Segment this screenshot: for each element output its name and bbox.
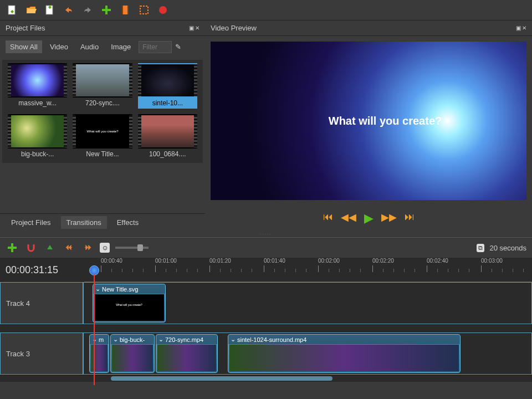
file-item[interactable]: What will you create?New Title... <box>73 114 132 160</box>
filter-video[interactable]: Video <box>45 40 73 53</box>
clip[interactable]: ⌄New Title.svgWhat will you create? <box>93 284 166 323</box>
current-time: 00:00:31:15 <box>0 259 84 282</box>
expand-icon[interactable] <box>137 3 151 17</box>
timeline: 00:00:31:15 00:00:4000:01:0000:01:2000:0… <box>0 258 532 382</box>
chevron-down-icon[interactable]: ⌄ <box>113 336 118 343</box>
file-name: massive_w... <box>8 98 67 109</box>
jump-end-icon[interactable]: ⏭ <box>405 211 415 226</box>
timeline-toolbar: ⯬ ⯮ ⊙ ⧉ 20 seconds <box>0 237 532 258</box>
svg-rect-10 <box>8 247 17 249</box>
add-icon[interactable] <box>100 3 113 17</box>
svg-rect-7 <box>140 6 148 14</box>
ruler-tick: 00:02:20 <box>372 258 394 264</box>
file-thumb: What will you create? <box>73 114 132 149</box>
timeline-ruler[interactable]: 00:00:4000:01:0000:01:2000:01:4000:02:00… <box>84 258 532 282</box>
redo-icon[interactable] <box>81 3 94 17</box>
filter-input[interactable] <box>139 41 172 53</box>
project-files-title: Project Files <box>6 24 45 32</box>
transport-controls: ⏮ ◀◀ ▶ ▶▶ ⏭ <box>205 206 532 231</box>
clip-title: ⌄big-buck- <box>111 335 154 344</box>
zoom-scale-icon[interactable]: ⧉ <box>477 244 484 252</box>
record-icon[interactable] <box>156 3 170 17</box>
preview-area[interactable]: What will you create? <box>211 42 526 200</box>
track-label[interactable]: Track 4 <box>0 282 83 324</box>
clip-body <box>157 345 216 371</box>
forward-icon[interactable]: ▶▶ <box>381 211 397 226</box>
project-tabs: Project Files Transitions Effects <box>0 213 205 231</box>
add-track-icon[interactable] <box>6 241 19 254</box>
clip-title: ⌄m <box>90 335 109 344</box>
ruler-tick: 00:02:00 <box>318 258 340 264</box>
playhead[interactable] <box>94 265 99 385</box>
files-grid: massive_w...720-sync....sintel-10...big-… <box>2 60 203 163</box>
preview-overlay-text: What will you create? <box>329 115 442 127</box>
center-icon[interactable]: ⊙ <box>100 243 110 253</box>
file-thumb <box>8 63 67 98</box>
marker-icon[interactable] <box>43 241 57 254</box>
clip-title: ⌄New Title.svg <box>93 284 165 294</box>
film-icon[interactable] <box>119 3 132 17</box>
ruler-tick: 00:00:40 <box>101 258 122 264</box>
timeline-scrollbar[interactable] <box>0 375 532 382</box>
panel-restore-icon[interactable]: ▣ <box>516 25 521 31</box>
panel-restore-icon[interactable]: ▣ <box>189 25 194 31</box>
undo-icon[interactable] <box>62 3 75 17</box>
track-label[interactable]: Track 3 <box>0 332 83 375</box>
clip-body <box>112 345 153 371</box>
clip-body <box>229 345 459 371</box>
svg-rect-5 <box>122 6 123 14</box>
file-item[interactable]: 100_0684.... <box>138 114 197 160</box>
tab-project-files[interactable]: Project Files <box>6 216 57 229</box>
ruler-tick: 00:03:00 <box>481 258 503 264</box>
clip[interactable]: ⌄sintel-1024-surround.mp4 <box>228 334 461 373</box>
ruler-tick: 00:02:40 <box>427 258 448 264</box>
file-item[interactable]: sintel-10... <box>138 63 197 109</box>
chevron-down-icon[interactable]: ⌄ <box>158 336 163 343</box>
snap-icon[interactable] <box>24 241 38 254</box>
filter-image[interactable]: Image <box>106 40 135 53</box>
new-file-icon[interactable] <box>6 3 19 17</box>
track-content[interactable]: ⌄m⌄big-buck-⌄720-sync.mp4⌄sintel-1024-su… <box>83 332 532 375</box>
panel-close-icon[interactable]: ✕ <box>522 25 526 31</box>
clip-body: What will you create? <box>94 294 164 321</box>
file-name: sintel-10... <box>138 98 197 109</box>
filter-bar: Show All Video Audio Image ✎ <box>0 36 205 58</box>
svg-point-8 <box>159 6 167 14</box>
panel-close-icon[interactable]: ✕ <box>195 25 200 31</box>
track-row: Track 3⌄m⌄big-buck-⌄720-sync.mp4⌄sintel-… <box>0 332 532 375</box>
clip-title: ⌄sintel-1024-surround.mp4 <box>228 335 460 344</box>
clip[interactable]: ⌄720-sync.mp4 <box>156 334 218 373</box>
file-name: 100_0684.... <box>138 149 197 160</box>
ruler-tick: 00:01:20 <box>209 258 231 264</box>
file-name: big-buck-... <box>8 149 67 160</box>
main-toolbar <box>0 0 532 21</box>
rewind-icon[interactable]: ◀◀ <box>341 211 356 226</box>
track-content[interactable]: ⌄New Title.svgWhat will you create? <box>83 282 532 324</box>
svg-rect-3 <box>102 9 111 11</box>
clear-filter-icon[interactable]: ✎ <box>175 43 181 51</box>
save-file-icon[interactable] <box>43 3 57 17</box>
splitter[interactable]: ····· <box>0 231 532 237</box>
play-icon[interactable]: ▶ <box>364 211 374 226</box>
file-thumb <box>73 63 132 98</box>
filter-show-all[interactable]: Show All <box>6 40 42 53</box>
zoom-slider[interactable] <box>115 247 149 249</box>
prev-marker-icon[interactable]: ⯬ <box>62 241 75 254</box>
file-thumb <box>8 114 67 149</box>
tab-transitions[interactable]: Transitions <box>61 216 107 229</box>
ruler-tick: 00:01:00 <box>155 258 177 264</box>
jump-start-icon[interactable]: ⏮ <box>323 211 333 226</box>
file-name: 720-sync.... <box>73 98 132 109</box>
next-marker-icon[interactable]: ⯮ <box>81 241 94 254</box>
open-file-icon[interactable] <box>24 3 38 17</box>
clip[interactable]: ⌄big-buck- <box>110 334 155 373</box>
file-item[interactable]: massive_w... <box>8 63 67 109</box>
clip[interactable]: ⌄m <box>89 334 109 373</box>
zoom-label: 20 seconds <box>490 244 527 252</box>
filter-audio[interactable]: Audio <box>76 40 103 53</box>
file-item[interactable]: 720-sync.... <box>73 63 132 109</box>
tab-effects[interactable]: Effects <box>111 216 145 229</box>
track-row: Track 4⌄New Title.svgWhat will you creat… <box>0 282 532 325</box>
file-item[interactable]: big-buck-... <box>8 114 67 160</box>
chevron-down-icon[interactable]: ⌄ <box>231 336 236 343</box>
